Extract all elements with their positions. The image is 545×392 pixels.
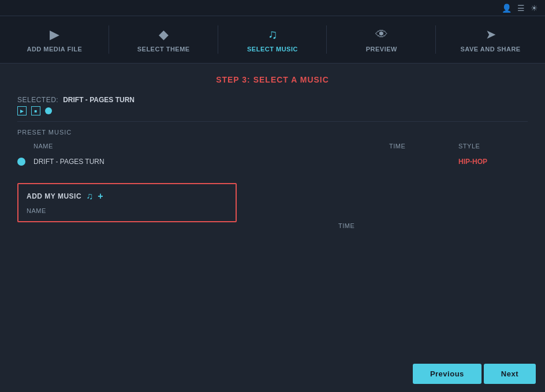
track-style: HIP-HOP	[458, 158, 528, 166]
selected-label: SELECTED:	[17, 96, 58, 104]
nav: ▶ ADD MEDIA FILE ◆ SELECT THEME ♫ SELECT…	[0, 16, 545, 64]
nav-item-select-theme[interactable]: ◆ SELECT THEME	[109, 16, 218, 63]
add-music-note-icon: ♫	[86, 191, 93, 201]
track-name: DRIFT - PAGES TURN	[33, 158, 389, 166]
bottom-bar: Previous Next	[404, 356, 545, 392]
nav-item-select-music[interactable]: ♫ SELECT MUSIC	[218, 16, 327, 63]
preset-track-row[interactable]: DRIFT - PAGES TURN HIP-HOP	[17, 154, 528, 169]
player-controls: ▶ ■	[17, 106, 528, 115]
list-icon[interactable]: ☰	[517, 3, 525, 13]
table-header: NAME TIME STYLE	[17, 140, 528, 152]
add-my-music-section: ADD MY MUSIC ♫ + NAME	[17, 183, 237, 222]
film-icon: ▶	[50, 27, 59, 42]
stop-button[interactable]: ■	[31, 106, 40, 115]
col-header-name: NAME	[17, 143, 389, 150]
next-button[interactable]: Next	[484, 364, 536, 384]
col-header-time: TIME	[389, 143, 458, 150]
nav-item-preview[interactable]: 👁 PREVIEW	[327, 16, 436, 63]
add-col-time: TIME	[338, 222, 354, 229]
player-dot	[45, 107, 52, 114]
top-bar-right: 👤 ☰ ☀	[502, 3, 538, 13]
share-icon: ➤	[486, 27, 496, 42]
add-music-table-header: NAME	[27, 207, 227, 214]
star-icon: ◆	[159, 27, 169, 42]
add-music-plus-button[interactable]: +	[98, 191, 103, 201]
content-area: STEP 3: SELECT A MUSIC SELECTED: DRIFT -…	[0, 64, 545, 234]
add-col-name: NAME	[27, 207, 227, 214]
play-button[interactable]: ▶	[17, 106, 27, 115]
nav-label-save-share: SAVE AND SHARE	[460, 46, 520, 53]
add-music-title: ADD MY MUSIC	[27, 192, 81, 200]
music-note-icon: ♫	[268, 27, 278, 42]
divider	[17, 121, 528, 122]
user-icon[interactable]: 👤	[502, 3, 512, 13]
step-title: STEP 3: SELECT A MUSIC	[17, 75, 528, 84]
nav-label-add-media-file: ADD MEDIA FILE	[27, 46, 82, 53]
nav-item-save-share[interactable]: ➤ SAVE AND SHARE	[436, 16, 545, 63]
preset-music-label: PRESET MUSIC	[17, 129, 528, 136]
col-header-style: STYLE	[458, 143, 528, 150]
nav-item-add-media-file[interactable]: ▶ ADD MEDIA FILE	[0, 16, 109, 63]
top-bar: 👤 ☰ ☀	[0, 0, 545, 16]
eye-icon: 👁	[375, 27, 388, 42]
sun-icon[interactable]: ☀	[531, 3, 538, 13]
nav-label-select-music: SELECT MUSIC	[247, 46, 298, 53]
selected-row: SELECTED: DRIFT - PAGES TURN	[17, 96, 528, 104]
selected-value: DRIFT - PAGES TURN	[63, 96, 135, 104]
track-selected-dot	[17, 158, 25, 166]
add-music-header: ADD MY MUSIC ♫ +	[27, 191, 227, 201]
nav-label-select-theme: SELECT THEME	[137, 46, 190, 53]
nav-label-preview: PREVIEW	[366, 46, 397, 53]
previous-button[interactable]: Previous	[413, 364, 481, 384]
